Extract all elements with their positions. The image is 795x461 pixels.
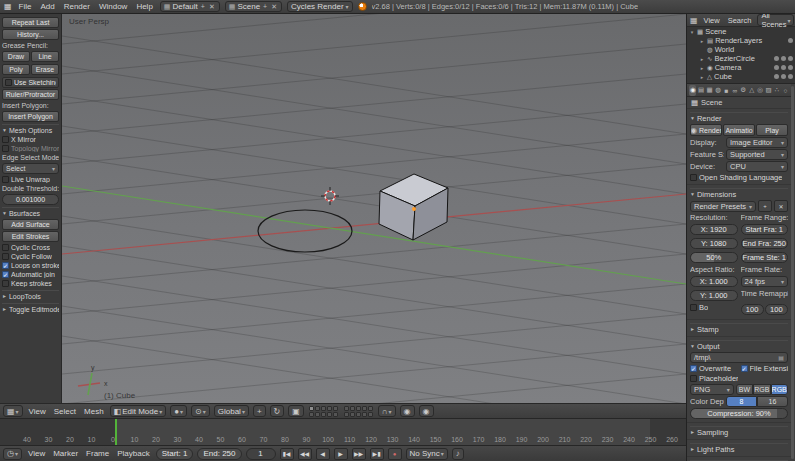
placeholders-checkbox[interactable]: Placeholders xyxy=(690,374,738,383)
menu-view[interactable]: View xyxy=(27,407,48,416)
play-button[interactable]: ▶ xyxy=(334,448,348,460)
editor-type-info-icon[interactable]: ▦ xyxy=(4,2,12,11)
eye-toggle-icon[interactable] xyxy=(774,74,779,79)
menu-file[interactable]: File xyxy=(17,2,34,11)
layer-toggle[interactable] xyxy=(315,406,320,411)
layer-toggle[interactable] xyxy=(356,412,361,417)
viewport-canvas[interactable]: x y User Persp (1) Cube xyxy=(62,14,686,403)
layer-toggle[interactable] xyxy=(350,412,355,417)
resolution-percentage-slider[interactable]: 50% xyxy=(690,252,738,263)
tab-texture[interactable]: ▨ xyxy=(765,85,772,96)
layer-toggle[interactable] xyxy=(356,406,361,411)
outliner-item-camera[interactable]: ▸ ◉ Camera xyxy=(687,63,795,72)
frame-step-field[interactable]: Frame Ste: 1 xyxy=(741,252,789,263)
layer-toggle[interactable] xyxy=(368,412,373,417)
color-bw-button[interactable]: BW xyxy=(736,384,753,395)
compression-slider[interactable]: Compression: 90% xyxy=(690,408,788,419)
layer-toggle[interactable] xyxy=(362,406,367,411)
render-engine-selector[interactable]: Cycles Render ▾ xyxy=(287,1,352,12)
tab-world[interactable]: ◍ xyxy=(714,85,721,96)
outliner-item-cube[interactable]: ▸ △ Cube xyxy=(687,72,795,81)
add-preset-button[interactable]: + xyxy=(758,200,772,212)
overwrite-checkbox[interactable]: ✓ Overwrite xyxy=(690,364,738,373)
next-keyframe-button[interactable]: ▶▶ xyxy=(352,448,366,460)
menu-window[interactable]: Window xyxy=(97,2,129,11)
layer-toggle[interactable] xyxy=(327,412,332,417)
menu-render[interactable]: Render xyxy=(62,2,92,11)
topology-mirror-checkbox[interactable]: Topology Mirror xyxy=(2,144,59,153)
color-rgba-button[interactable]: RGBA xyxy=(771,384,788,395)
play-rendered-button[interactable]: Play xyxy=(756,124,788,136)
jump-start-button[interactable]: ▮◀ xyxy=(280,448,294,460)
select-toggle-icon[interactable] xyxy=(781,74,786,79)
end-frame-field[interactable]: End: 250 xyxy=(197,448,241,460)
expand-icon[interactable]: ▾ xyxy=(689,29,695,35)
sampling-panel-header[interactable]: ► Sampling xyxy=(690,426,788,437)
layer-toggle[interactable] xyxy=(309,412,314,417)
gp-poly-button[interactable]: Poly xyxy=(2,64,30,75)
layer-toggle[interactable] xyxy=(315,412,320,417)
edit-strokes-button[interactable]: Edit Strokes xyxy=(2,231,59,242)
tab-physics[interactable]: ○ xyxy=(782,85,789,96)
opengl-render-button[interactable]: ◉ xyxy=(400,405,415,417)
remap-new-field[interactable]: 100 xyxy=(765,304,788,315)
gp-draw-button[interactable]: Draw xyxy=(2,51,30,62)
properties-scrollbar[interactable] xyxy=(791,86,794,459)
double-threshold-field[interactable]: 0.001000 xyxy=(2,194,59,205)
osl-checkbox[interactable]: Open Shading Language xyxy=(690,173,788,182)
menu-tl-frame[interactable]: Frame xyxy=(84,449,111,458)
gp-erase-button[interactable]: Erase xyxy=(31,64,59,75)
opengl-render-anim-button[interactable]: ◉ xyxy=(419,405,434,417)
render-toggle-icon[interactable] xyxy=(788,56,793,61)
add-scene-button[interactable]: + xyxy=(262,3,268,10)
outliner-view-menu[interactable]: View xyxy=(702,16,722,25)
resolution-x-field[interactable]: X: 1920 xyxy=(690,224,738,235)
loops-on-strokes-checkbox[interactable]: ✓ Loops on strokes xyxy=(2,261,59,270)
edge-select-dropdown[interactable]: Select ▾ xyxy=(2,163,59,174)
tab-render[interactable]: ◉ xyxy=(689,85,696,96)
menu-tl-playback[interactable]: Playback xyxy=(115,449,151,458)
bsurfaces-panel-header[interactable]: ▼ Bsurfaces xyxy=(2,207,59,218)
render-toggle-icon[interactable] xyxy=(788,38,793,43)
tab-modifiers[interactable]: ⚙ xyxy=(740,85,747,96)
audio-mute-toggle[interactable]: ♪ xyxy=(452,448,464,460)
gp-line-button[interactable]: Line xyxy=(31,51,59,62)
outliner-item-world[interactable]: ◍ World xyxy=(687,45,795,54)
play-reverse-button[interactable]: ◀ xyxy=(316,448,330,460)
output-panel-header[interactable]: ▼ Output xyxy=(690,340,788,351)
tab-scene[interactable]: ▦ xyxy=(706,85,713,96)
file-browser-icon[interactable]: ▤ xyxy=(778,354,784,361)
editor-type-button[interactable]: ▦ ▾ xyxy=(3,405,23,417)
layer-toggle[interactable] xyxy=(344,406,349,411)
record-button[interactable]: ● xyxy=(388,448,402,460)
device-select[interactable]: CPU ▾ xyxy=(726,161,788,172)
eye-toggle-icon[interactable] xyxy=(774,65,779,70)
aspect-y-field[interactable]: Y: 1.000 xyxy=(690,290,738,301)
cube-object[interactable] xyxy=(379,174,448,240)
depth-8-button[interactable]: 8 xyxy=(726,396,757,407)
use-sketching-session-toggle[interactable]: Use Sketching Sess xyxy=(2,77,59,88)
delete-screen-layout-button[interactable]: ✕ xyxy=(208,3,216,11)
dimensions-panel-header[interactable]: ▼ Dimensions xyxy=(690,188,788,199)
cyclic-follow-checkbox[interactable]: Cyclic Follow xyxy=(2,252,59,261)
output-path-field[interactable]: /tmp\ ▤ xyxy=(690,352,788,363)
file-format-select[interactable]: PNG ▾ xyxy=(690,384,734,395)
menu-add[interactable]: Add xyxy=(38,2,56,11)
history-button[interactable]: History... xyxy=(2,29,59,40)
tab-constraints[interactable]: ∞ xyxy=(731,85,738,96)
current-frame-field[interactable]: 1 xyxy=(246,448,276,460)
stamp-panel-header[interactable]: ► Stamp xyxy=(690,323,788,334)
menu-tl-marker[interactable]: Marker xyxy=(51,449,80,458)
toggle-editmode-panel-header[interactable]: ► Toggle Editmode xyxy=(2,303,59,314)
tab-object[interactable]: ■ xyxy=(723,85,730,96)
eye-toggle-icon[interactable] xyxy=(774,56,779,61)
layer-toggle[interactable] xyxy=(362,412,367,417)
light-paths-panel-header[interactable]: ► Light Paths xyxy=(690,443,788,454)
scene-selector[interactable]: ▦ Scene + ✕ xyxy=(225,1,282,12)
layer-toggle[interactable] xyxy=(333,406,338,411)
start-frame-field[interactable]: Start Fra: 1 xyxy=(741,224,789,235)
feature-set-select[interactable]: Supported ▾ xyxy=(726,149,788,160)
animation-button[interactable]: Animatio xyxy=(723,124,755,136)
select-toggle-icon[interactable] xyxy=(781,56,786,61)
manipulator-translate-toggle[interactable]: + xyxy=(253,405,266,417)
